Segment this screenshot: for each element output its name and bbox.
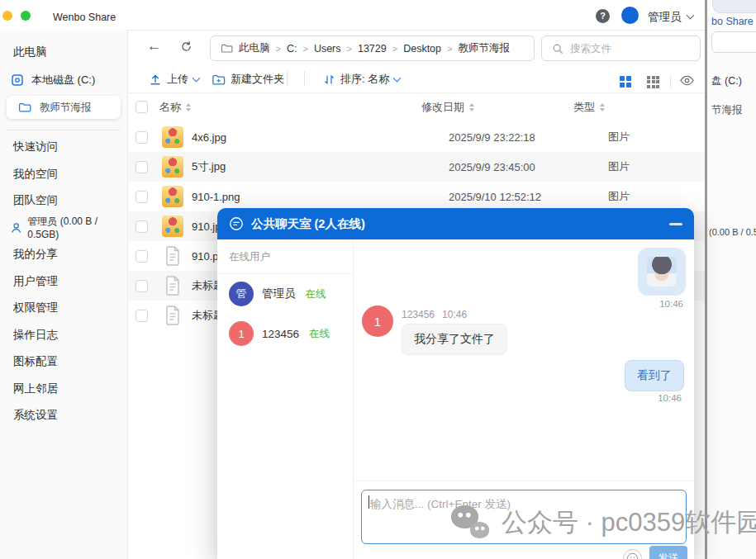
smiley-icon [626,552,639,559]
sidebar-item-permission-management[interactable]: 权限管理 [0,295,127,322]
sidebar-item-this-pc[interactable]: 此电脑 [0,30,127,59]
message-sender: 123456 [402,309,435,320]
sidebar-item-icon-config[interactable]: 图标配置 [0,348,127,376]
send-button[interactable]: 发送 [649,546,687,559]
search-box [541,36,701,61]
table-row[interactable]: 4x6.jpg 2025/9/9 23:22:18 图片 [128,122,705,152]
sidebar-item-admin-quota[interactable]: 管理员 (0.00 B / 0.5GB) [0,215,127,242]
file-date: 2025/9/10 12:52:12 [449,191,608,203]
dense-grid-view-icon[interactable] [647,76,659,88]
table-row[interactable]: 910-1.png 2025/9/10 12:52:12 图片 [128,182,705,211]
watermark: 公众号 · pc0359软件园 [451,505,756,540]
background-window-quota-label: (0.00 B / 0.5 [709,227,756,237]
sidebar-item-teacher-day-folder[interactable]: 教师节海报 [7,96,121,119]
upload-icon [149,73,162,86]
column-header-name[interactable]: 名称 [159,100,181,115]
grid-view-icon[interactable] [620,76,631,88]
eye-icon[interactable] [680,74,694,89]
sidebar-item-label: 权限管理 [13,301,58,315]
document-icon [162,305,183,326]
sidebar-item-label: 本地磁盘 (C:) [31,73,95,88]
user-name: 管理员 [262,287,296,301]
image-thumbnail [162,186,183,207]
sort-label: 排序: 名称 [340,72,389,87]
chat-header[interactable]: 公共聊天室 (2人在线) [217,208,694,239]
avatar: 1 [362,306,393,337]
help-icon[interactable]: ? [596,9,610,23]
online-users-label: 在线用户 [217,239,353,274]
row-checkbox[interactable] [136,131,148,144]
breadcrumb: 此电脑> C:> Users> 13729> Desktop> 教师节海报 [210,36,535,61]
account-name[interactable]: 管理员 [648,10,682,25]
file-name[interactable]: 910-1.png [192,191,449,203]
user-icon [10,221,22,234]
background-window-strip: bo Share 盘 (C:) 节海报 (0.00 B / 0.5 [705,0,756,559]
sidebar-item-my-space[interactable]: 我的空间 [0,161,127,188]
breadcrumb-separator: > [276,44,281,54]
sidebar-item-my-shares[interactable]: 我的分享 [0,241,127,268]
list-item-user[interactable]: 管 管理员 在线 [217,274,353,314]
refresh-icon[interactable] [180,40,193,56]
breadcrumb-item[interactable]: Desktop [403,43,441,54]
row-checkbox[interactable] [136,191,148,203]
sort-button[interactable]: 排序: 名称 [323,69,400,89]
sidebar-item-user-management[interactable]: 用户管理 [0,268,127,296]
online-users-panel: 在线用户 管 管理员 在线 1 123456 在线 [217,239,354,559]
row-checkbox[interactable] [136,250,148,263]
emoji-button[interactable] [623,549,642,559]
file-name[interactable]: 4x6.jpg [192,131,449,144]
breadcrumb-separator: > [447,44,452,54]
sort-arrows-icon[interactable] [600,103,605,111]
new-folder-button[interactable]: 新建文件夹 [212,69,284,89]
toolbar-divider [670,75,671,88]
breadcrumb-item[interactable]: Users [314,43,341,54]
watermark-text: 公众号 · pc0359软件园 [502,505,756,540]
sort-arrows-icon[interactable] [469,103,474,111]
back-icon[interactable]: ← [147,38,161,54]
sidebar-item-label: 网上邻居 [13,381,58,396]
upload-button[interactable]: 上传 [149,69,199,89]
row-checkbox[interactable] [136,161,148,173]
row-checkbox[interactable] [136,310,148,322]
sort-arrows-icon[interactable] [186,103,191,111]
file-name[interactable]: 5寸.jpg [192,159,449,174]
sidebar-item-local-disk[interactable]: 本地磁盘 (C:) [10,73,127,88]
table-row[interactable]: 5寸.jpg 2025/9/9 23:45:00 图片 [128,152,705,182]
file-type: 图片 [608,159,630,174]
search-input[interactable] [570,43,686,54]
avatar: 管 [229,282,254,306]
sidebar-item-system-settings[interactable]: 系统设置 [0,402,127,429]
minimize-traffic-light[interactable] [2,11,12,21]
account-avatar[interactable] [621,7,639,24]
breadcrumb-item[interactable]: 教师节海报 [458,41,510,55]
row-checkbox[interactable] [136,280,148,292]
sort-icon [323,73,335,86]
chevron-down-icon[interactable] [687,12,695,20]
sidebar-item-quick-access[interactable]: 快速访问 [0,134,127,161]
minimize-icon[interactable] [669,223,682,225]
breadcrumb-separator: > [392,44,397,54]
image-thumbnail [162,126,183,148]
sidebar-item-operation-logs[interactable]: 操作日志 [0,322,127,349]
breadcrumb-item[interactable]: 此电脑 [239,41,270,55]
sidebar-item-label: 系统设置 [13,408,58,423]
column-header-date[interactable]: 修改日期 [421,100,464,115]
breadcrumb-separator: > [347,44,352,54]
sticker-avatar-image [647,257,677,287]
breadcrumb-item[interactable]: 13729 [358,43,387,54]
column-header-type[interactable]: 类型 [573,100,595,115]
sidebar-divider [7,130,121,130]
outgoing-image-message[interactable] [638,248,686,296]
maximize-traffic-light[interactable] [21,11,31,21]
window-title: Wenbo Share [53,12,116,23]
breadcrumb-item[interactable]: C: [287,43,297,54]
sidebar-item-team-space[interactable]: 团队空间 [0,187,127,215]
background-window-disk-label: 盘 (C:) [711,74,742,88]
toolbar-divider [287,71,288,86]
sidebar-item-network-neighborhood[interactable]: 网上邻居 [0,376,127,403]
list-item-user[interactable]: 1 123456 在线 [217,314,353,353]
select-all-checkbox[interactable] [136,101,148,113]
row-checkbox[interactable] [136,220,148,233]
message-time: 10:46 [659,299,683,309]
new-folder-icon [212,73,226,86]
